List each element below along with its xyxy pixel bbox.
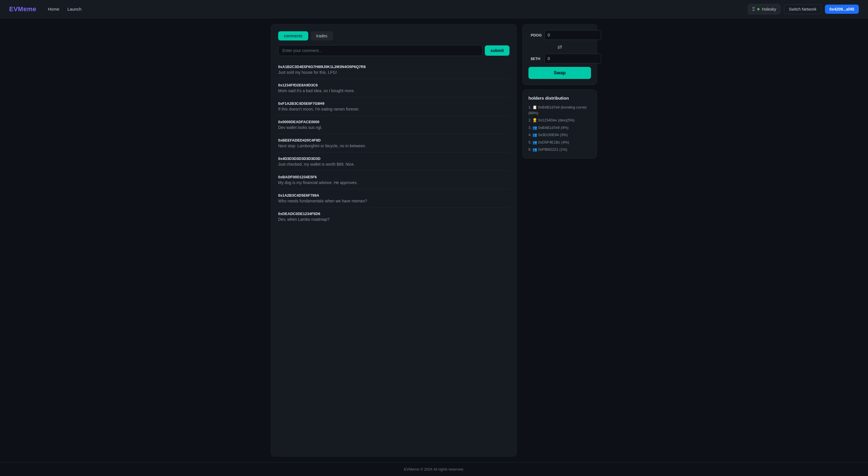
- comment-address: 0xBADF00D1234E5F6: [278, 175, 509, 179]
- comment-input[interactable]: [278, 45, 483, 56]
- holder-rank: 2.: [528, 118, 532, 122]
- logo: EVMeme: [9, 5, 36, 13]
- holder-rank: 4.: [528, 132, 532, 137]
- token-to-row: Ξ $ETH: [528, 54, 591, 63]
- comment-text: Dev, when Lambo roadmap?: [278, 217, 509, 221]
- swap-arrows-row: ⇄: [528, 43, 591, 50]
- nav: Home Launch: [48, 7, 82, 11]
- comment-text: My dog is my financial advisor. He appro…: [278, 180, 509, 185]
- holder-address: 0xB4B1d7e9: [538, 125, 559, 130]
- header-right: Ξ Holesky Switch Network 0x4209...af45: [748, 4, 859, 14]
- network-selector[interactable]: Ξ Holesky: [748, 4, 780, 14]
- comment-address: 0x1234FfD2E8A9D3C6: [278, 83, 509, 87]
- holder-item: 3. 👥 0xB4B1d7e9 (4%): [528, 125, 591, 130]
- comment-item: 0xA1B2C3D4E5F6G7H8I9J0K1L2M3N4O5P6Q7R8 J…: [278, 61, 509, 79]
- token-from-row: 🐶 PDOG: [528, 30, 591, 40]
- token-to-input[interactable]: [545, 54, 601, 63]
- comment-address: 0x4D3D3D3D3D3D3D3D: [278, 156, 509, 161]
- comment-address: 0xDEADC0DE1234F5D6: [278, 212, 509, 216]
- swap-button[interactable]: Swap: [528, 67, 591, 79]
- nav-launch[interactable]: Launch: [67, 7, 82, 11]
- comment-text: If this doesn't moon, I'm eating ramen f…: [278, 107, 509, 111]
- comment-input-row: submit: [278, 45, 509, 56]
- comment-item: 0x1A2B3C4D5E6F789A Who needs fundamental…: [278, 189, 509, 208]
- comment-address: 0x1A2B3C4D5E6F789A: [278, 193, 509, 198]
- holder-icon: 👥: [532, 125, 538, 130]
- holder-rank: 5.: [528, 140, 532, 144]
- holder-note: (4%): [561, 140, 569, 144]
- comment-text: Dev wallet looks sus ngl.: [278, 125, 509, 130]
- holder-icon: 👥: [532, 132, 538, 137]
- comment-text: Just checked, my wallet is worth $69. Ni…: [278, 162, 509, 167]
- comment-address: 0xA1B2C3D4E5F6G7H8I9J0K1L2M3N4O5P6Q7R8: [278, 65, 509, 69]
- holder-item: 6. 👥 0xFfB92221 (1%): [528, 147, 591, 152]
- comment-text: Who needs fundamentals when we have meme…: [278, 199, 509, 203]
- comment-item: 0xDEADC0DE1234F5D6 Dev, when Lambo roadm…: [278, 208, 509, 226]
- holder-icon: 👥: [532, 147, 538, 152]
- footer: EVMeme © 2024 All rights reserved.: [0, 462, 868, 476]
- header: EVMeme Home Launch Ξ Holesky Switch Netw…: [0, 0, 868, 19]
- holder-icon: 👷: [532, 118, 538, 122]
- comment-item: 0x0000DEADFACE0000 Dev wallet looks sus …: [278, 116, 509, 134]
- holder-rank: 6.: [528, 147, 532, 152]
- holder-address: 0x3D1f0E94: [538, 132, 559, 137]
- holder-address: 0xD5F4E1Bc: [538, 140, 560, 144]
- holder-item: 1. 📋 0xB4B1d7e9 (bonding curve)(88%): [528, 105, 591, 116]
- comments-list: 0xA1B2C3D4E5F6G7H8I9J0K1L2M3N4O5P6Q7R8 J…: [278, 61, 509, 226]
- holder-item: 5. 👥 0xD5F4E1Bc (4%): [528, 140, 591, 145]
- comment-text: Mom said it's a bad idea, so I bought mo…: [278, 88, 509, 93]
- tab-comments[interactable]: comments: [278, 31, 308, 40]
- comment-item: 0xBADF00D1234E5F6 My dog is my financial…: [278, 171, 509, 189]
- switch-network-button[interactable]: Switch Network: [784, 4, 821, 14]
- holders-card: holders distribution 1. 📋 0xB4B1d7e9 (bo…: [522, 90, 597, 158]
- holder-note: (4%): [561, 125, 568, 130]
- comment-address: 0xBEEFADED420C4F9D: [278, 138, 509, 142]
- tabs: comments trades: [278, 31, 509, 40]
- holder-icon: 👥: [532, 140, 538, 144]
- holder-item: 2. 👷 0x1234Dev (dev)(5%): [528, 117, 591, 123]
- holders-title: holders distribution: [528, 96, 591, 100]
- comment-item: 0xF1A2B3C4D5E6F7G8H9 If this doesn't moo…: [278, 97, 509, 116]
- holder-icon: 📋: [532, 105, 538, 109]
- holders-list: 1. 📋 0xB4B1d7e9 (bonding curve)(88%) 2. …: [528, 105, 591, 152]
- right-panel: 🐶 PDOG ⇄ Ξ $ETH Swap holders dist: [522, 24, 597, 456]
- network-status-dot: [757, 8, 760, 10]
- token-from-input[interactable]: [545, 30, 601, 40]
- submit-button[interactable]: submit: [485, 46, 509, 56]
- left-panel: comments trades submit 0xA1B2C3D4E5F6G7H…: [271, 24, 517, 456]
- holder-address: 0xFfB92221: [538, 147, 558, 152]
- wallet-address-button[interactable]: 0x4209...af45: [825, 5, 859, 14]
- holder-item: 4. 👥 0x3D1f0E94 (3%): [528, 132, 591, 138]
- comment-text: Next stop: Lamborghini or bicycle, no in…: [278, 144, 509, 148]
- main-content: comments trades submit 0xA1B2C3D4E5F6G7H…: [262, 19, 606, 462]
- holder-rank: 1.: [528, 105, 532, 109]
- comment-text: Just sold my house for this, LFG!: [278, 70, 509, 75]
- swap-card: 🐶 PDOG ⇄ Ξ $ETH Swap: [522, 24, 597, 85]
- token-to-label: $ETH: [531, 57, 542, 61]
- header-left: EVMeme Home Launch: [9, 5, 82, 13]
- token-from-label: PDOG: [531, 33, 542, 37]
- holder-note: (1%): [559, 147, 567, 152]
- comment-item: 0xBEEFADED420C4F9D Next stop: Lamborghin…: [278, 134, 509, 152]
- comment-address: 0x0000DEADFACE0000: [278, 120, 509, 124]
- network-name: Holesky: [762, 7, 776, 11]
- swap-arrows-icon: ⇄: [557, 43, 562, 50]
- holder-rank: 3.: [528, 125, 532, 130]
- comment-item: 0x4D3D3D3D3D3D3D3D Just checked, my wall…: [278, 152, 509, 171]
- comment-address: 0xF1A2B3C4D5E6F7G8H9: [278, 101, 509, 106]
- holder-note: (3%): [560, 132, 567, 137]
- holder-address: 0xB4B1d7e9: [538, 105, 559, 109]
- holder-note: (dev)(5%): [558, 118, 575, 122]
- footer-text: EVMeme © 2024 All rights reserved.: [404, 467, 464, 471]
- eth-icon: Ξ: [752, 7, 755, 12]
- holder-address: 0x1234Dev: [538, 118, 557, 122]
- comment-item: 0x1234FfD2E8A9D3C6 Mom said it's a bad i…: [278, 79, 509, 97]
- tab-trades[interactable]: trades: [311, 31, 333, 40]
- nav-home[interactable]: Home: [48, 7, 59, 11]
